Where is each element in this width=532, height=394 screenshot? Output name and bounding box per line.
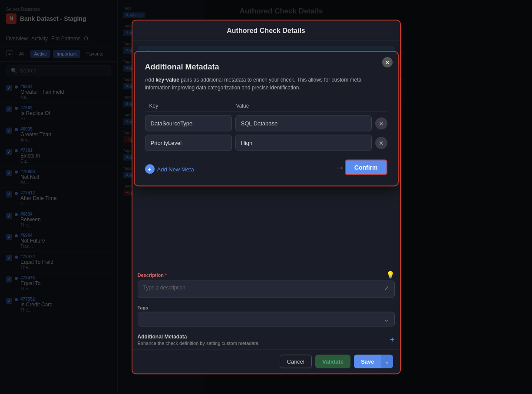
kv-delete-1[interactable]: ✕ <box>375 117 387 129</box>
tags-chevron[interactable]: ⌄ <box>384 316 389 323</box>
value-header: Value <box>232 100 387 112</box>
validate-button[interactable]: Validate <box>315 355 350 368</box>
additional-metadata-add[interactable]: + <box>390 335 395 344</box>
kv-row-2: ✕ <box>145 135 387 151</box>
save-button[interactable]: Save <box>354 355 381 368</box>
tags-section: Tags ⌄ <box>132 305 400 334</box>
kv-value-input-1[interactable] <box>235 115 372 131</box>
kv-row-1: ✕ <box>145 115 387 131</box>
modal-close-button[interactable]: ✕ <box>382 57 393 68</box>
tags-dropdown[interactable]: ⌄ <box>138 312 395 327</box>
description-section: Description * 💡 Type a description ⤢ <box>132 267 400 305</box>
additional-metadata-modal: ✕ Additional Metadata Add key-value pair… <box>134 51 399 187</box>
kv-delete-2[interactable]: ✕ <box>375 137 387 149</box>
save-button-group: Save ⌄ <box>354 355 393 368</box>
kv-key-col-1 <box>145 115 232 131</box>
add-meta-plus-icon: + <box>145 164 155 174</box>
kv-table: Key Value <box>145 100 387 112</box>
description-expand[interactable]: ⤢ <box>384 285 389 292</box>
additional-metadata-desc: Enhance the check definition by setting … <box>138 341 258 346</box>
authored-check-title: Authored Check Details <box>132 21 400 41</box>
description-label: Description * <box>138 272 167 277</box>
arrow-indicator: → <box>194 161 345 174</box>
kv-value-input-2[interactable] <box>235 135 372 151</box>
tags-section-label: Tags <box>138 305 395 310</box>
key-header: Key <box>145 100 232 112</box>
modal-container: Authored Check Details i Once a check is… <box>132 20 401 374</box>
authored-check-panel: Authored Check Details i Once a check is… <box>132 20 401 374</box>
additional-metadata-label: Additional Metadata <box>138 334 258 340</box>
kv-val-col-2 <box>235 135 372 151</box>
add-meta-label: Add New Meta <box>157 166 194 172</box>
kv-key-col-2 <box>145 135 232 151</box>
modal-footer: + Add New Meta → Confirm <box>145 160 387 175</box>
kv-val-col-1 <box>235 115 372 131</box>
bottom-bar: Cancel Validate Save ⌄ <box>132 349 400 374</box>
description-header: Description * 💡 <box>138 271 395 279</box>
red-arrow-icon: → <box>334 161 345 174</box>
add-new-meta[interactable]: + Add New Meta <box>145 164 194 174</box>
cancel-button[interactable]: Cancel <box>280 355 312 368</box>
description-icon: 💡 <box>386 271 395 279</box>
kv-key-input-1[interactable] <box>145 115 232 131</box>
additional-metadata-left: Additional Metadata Enhance the check de… <box>138 334 258 346</box>
metadata-modal-title: Additional Metadata <box>145 62 387 72</box>
description-placeholder: Type a description <box>143 285 185 291</box>
confirm-button[interactable]: Confirm <box>345 160 387 175</box>
metadata-modal-description: Add key-value pairs as additional metada… <box>145 76 387 92</box>
kv-key-input-2[interactable] <box>145 135 232 151</box>
additional-metadata-section: Additional Metadata Enhance the check de… <box>132 334 400 349</box>
save-arrow-button[interactable]: ⌄ <box>381 355 393 368</box>
description-field[interactable]: Type a description ⤢ <box>138 281 395 298</box>
